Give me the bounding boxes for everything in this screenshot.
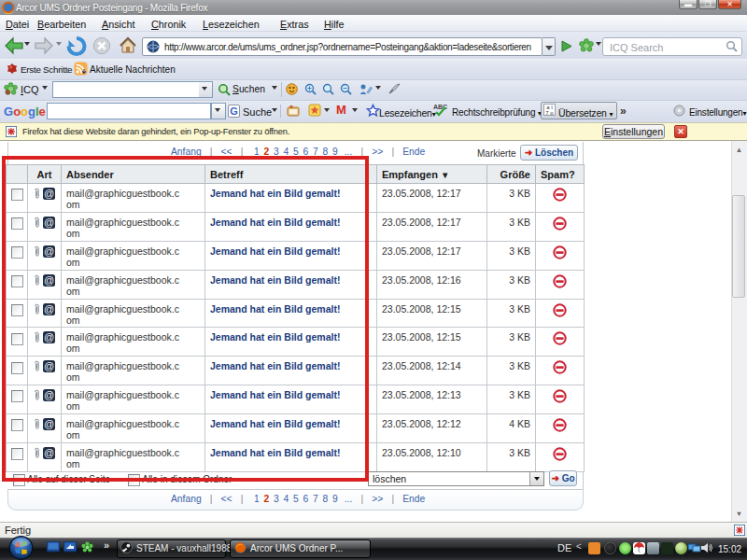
svg-text:ABC: ABC [433, 104, 447, 110]
